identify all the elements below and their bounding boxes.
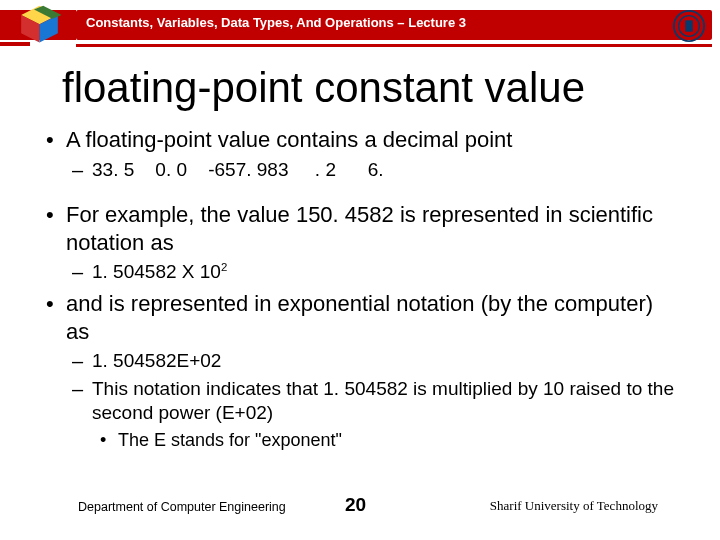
bullet-list: A floating-point value contains a decima…	[40, 126, 680, 181]
bullet-2-sub-1: 1. 504582 X 102	[66, 260, 680, 284]
bullet-2-text: For example, the value 150. 4582 is repr…	[66, 202, 653, 255]
page-number: 20	[345, 494, 366, 516]
slide-content: A floating-point value contains a decima…	[0, 126, 720, 451]
bullet-3-text: and is represented in exponential notati…	[66, 291, 653, 344]
slide-title: floating-point constant value	[62, 64, 720, 112]
footer-university: Sharif University of Technology	[490, 498, 658, 514]
bullet-3-sub-1: 1. 504582E+02	[66, 349, 680, 373]
bullet-1-text: A floating-point value contains a decima…	[66, 127, 512, 152]
bullet-1: A floating-point value contains a decima…	[40, 126, 680, 181]
bullet-2: For example, the value 150. 4582 is repr…	[40, 201, 680, 284]
slide-footer: Department of Computer Engineering 20 Sh…	[0, 484, 720, 514]
university-emblem-icon	[672, 9, 706, 43]
bullet-3-sub-2: This notation indicates that 1. 504582 i…	[66, 377, 680, 425]
slide-header: Constants, Variables, Data Types, And Op…	[0, 0, 720, 50]
bullet-list-2: For example, the value 150. 4582 is repr…	[40, 201, 680, 451]
cube-logo-icon	[12, 4, 67, 48]
bullet-3: and is represented in exponential notati…	[40, 290, 680, 451]
bullet-3-sub-3: The E stands for "exponent"	[96, 429, 680, 452]
lecture-title: Constants, Variables, Data Types, And Op…	[86, 15, 466, 30]
bullet-2-sub-1-base: 1. 504582 X 10	[92, 262, 221, 283]
header-accent-line	[76, 44, 712, 47]
svg-rect-6	[685, 20, 693, 31]
bullet-2-sub-1-exp: 2	[221, 261, 227, 273]
footer-department: Department of Computer Engineering	[78, 500, 286, 514]
bullet-1-sub-1: 33. 5 0. 0 -657. 983 . 2 6.	[66, 158, 680, 182]
